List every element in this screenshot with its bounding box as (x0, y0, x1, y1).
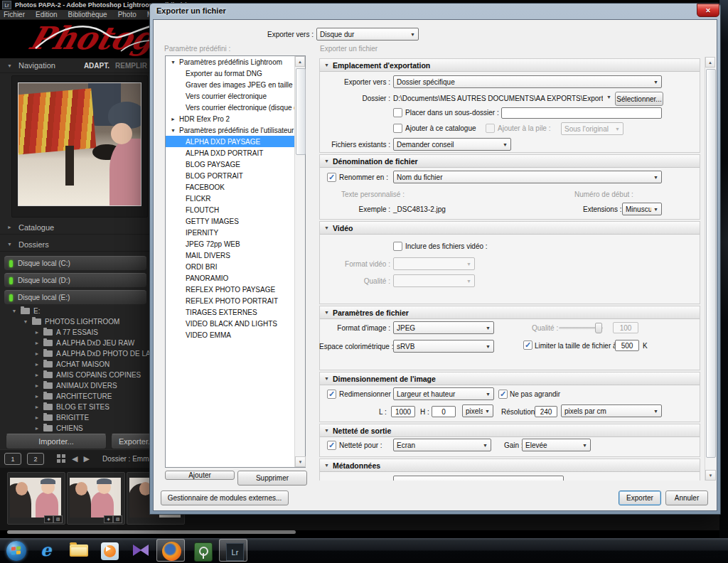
folder-row[interactable]: ►ANIMAUX DIVERS (0, 380, 151, 391)
preset-item[interactable]: Vers courrier électronique (166, 90, 294, 102)
previous-photo-icon[interactable]: ◀ (72, 454, 77, 463)
quality-value-input[interactable] (613, 322, 638, 333)
preset-item[interactable]: FLOUTCH (166, 204, 294, 215)
tree-arrow-icon[interactable]: ► (34, 351, 40, 356)
no-enlarge-checkbox[interactable]: ✓ (498, 390, 508, 399)
import-button[interactable]: Importer... (6, 434, 107, 449)
tree-arrow-icon[interactable]: ► (34, 415, 40, 420)
start-button[interactable] (1, 539, 30, 562)
screen-1-button[interactable]: 1 (4, 453, 21, 465)
filmstrip-scrollbar[interactable] (7, 530, 296, 534)
resize-mode-combo[interactable]: Largeur et hauteur▼ (393, 387, 494, 400)
preset-item[interactable]: Vers courrier électronique (disque dur) (166, 102, 294, 113)
subfolder-checkbox[interactable] (393, 108, 402, 117)
zoom-remplir[interactable]: REMPLIR (115, 62, 147, 70)
section-header[interactable]: ▼ Netteté de sortie (320, 424, 700, 437)
choose-folder-button[interactable]: Sélectionner... (615, 92, 663, 106)
video-quality-combo[interactable]: ▼ (393, 274, 475, 287)
menu-fichier[interactable]: Fichier (4, 11, 25, 18)
scroll-down-icon[interactable]: ▼ (295, 456, 306, 467)
scrollbar-thumb[interactable] (706, 69, 716, 458)
filmstrip-thumbnail[interactable]: ◈ ▨ (67, 472, 125, 525)
taskbar-firefox[interactable] (156, 539, 185, 562)
preset-item[interactable]: BLOG PORTRAIT (166, 170, 294, 181)
remove-preset-button[interactable]: Supprimer (237, 471, 307, 486)
tree-arrow-icon[interactable]: ► (34, 341, 40, 345)
tree-arrow-icon[interactable]: ► (34, 394, 40, 399)
drive-c[interactable]: Disque local (C:) (4, 256, 146, 270)
screen-2-button[interactable]: 2 (27, 453, 44, 465)
section-header[interactable]: ▼ Emplacement d'exportation (320, 59, 700, 72)
preset-item[interactable]: FLICKR (166, 193, 294, 204)
preset-list-scrollbar[interactable]: ▲ ▼ (294, 56, 305, 467)
folder-row[interactable]: ►BLOG ET SITES (0, 402, 151, 412)
zoom-adapt[interactable]: ADAPT. (84, 62, 109, 70)
cancel-button[interactable]: Annuler (665, 490, 708, 505)
folder-row[interactable]: ►A ALPHA DxD JEU RAW (0, 338, 151, 348)
section-header[interactable]: ▼ Paramètres de fichier (320, 306, 700, 319)
preset-item[interactable]: Exporter au format DNG (166, 68, 294, 79)
export-button[interactable]: Exporter (619, 490, 661, 505)
drive-e[interactable]: Disque local (E:) (4, 290, 146, 304)
video-format-combo[interactable]: ▼ (393, 257, 475, 270)
tree-arrow-icon[interactable]: ► (34, 362, 40, 367)
quality-slider-thumb[interactable] (595, 323, 602, 333)
export-to-combo[interactable]: Dossier spécifique▼ (393, 75, 662, 88)
tree-arrow-icon[interactable]: ► (34, 383, 40, 388)
navigation-panel-header[interactable]: ▼ Navigation ADAPT. REMPLIR (0, 58, 150, 73)
folder-row[interactable]: ▼E: (0, 306, 151, 316)
folder-row[interactable]: ►A ALPHA DxD PHOTO DE LA SEM (0, 348, 151, 359)
height-input[interactable] (432, 406, 456, 417)
folder-row[interactable]: ►A 77 ESSAIS (0, 327, 151, 338)
close-button[interactable]: ✕ (697, 4, 719, 17)
taskbar-internet-explorer[interactable]: e (33, 539, 61, 562)
colorspace-combo[interactable]: sRVB▼ (393, 340, 494, 353)
preset-item[interactable]: VIDEO BLACK AND LIGHTS (166, 318, 294, 329)
tree-arrow-icon[interactable]: ▼ (23, 319, 28, 324)
preset-item[interactable]: VIDEO EMMA (166, 329, 294, 341)
width-input[interactable] (391, 406, 415, 417)
section-header[interactable]: ▼ Dénomination de fichier (320, 155, 700, 168)
folder-path[interactable]: D:\Documents\MES AUTRES DOCUMENTS\AA EXP… (393, 95, 603, 102)
settings-scrollbar[interactable]: ▲ ▼ (705, 57, 715, 481)
preset-item[interactable]: ALPHA DXD PORTRAIT (166, 147, 294, 159)
taskbar-media-player[interactable] (95, 539, 124, 562)
preset-item[interactable]: IPERNITY (166, 227, 294, 238)
menu-edition[interactable]: Edition (36, 11, 58, 18)
folder-row[interactable]: ►CHIENS (0, 423, 151, 434)
limit-size-checkbox[interactable]: ✓ (523, 341, 532, 350)
taskbar-windows-explorer[interactable] (64, 539, 92, 562)
stack-position-combo[interactable]: Sous l'original▼ (561, 122, 623, 135)
dossiers-panel-header[interactable]: ▼ Dossiers (0, 237, 151, 252)
gain-combo[interactable]: Elevée▼ (522, 439, 591, 451)
resize-checkbox[interactable]: ✓ (327, 390, 336, 399)
preset-item[interactable]: FACEBOOK (166, 181, 294, 193)
preset-item-selected[interactable]: ALPHA DXD PAYSAGE (166, 136, 294, 147)
preset-item[interactable]: REFLEX PHOTO PORTRAIT (166, 295, 294, 306)
edit-badge-icon[interactable]: ▨ (53, 515, 63, 523)
extensions-combo[interactable]: Minuscules▼ (622, 203, 662, 215)
preset-item[interactable]: PANORAMIO (166, 272, 294, 284)
grid-view-icon[interactable] (57, 454, 66, 463)
sharpen-for-combo[interactable]: Ecran▼ (393, 439, 491, 451)
tree-arrow-icon[interactable]: ▼ (11, 309, 17, 313)
image-format-combo[interactable]: JPEG▼ (393, 321, 494, 334)
filmstrip-thumbnail[interactable]: ◈ ▨ (7, 472, 65, 525)
taskbar-keepass[interactable] (188, 539, 216, 562)
navigator-preview-photo[interactable] (18, 82, 141, 206)
collection-badge-icon[interactable]: ◈ (44, 515, 53, 523)
size-unit-combo[interactable]: pixels▼ (462, 404, 493, 417)
section-header[interactable]: ▼ Métadonnées (320, 459, 700, 472)
catalogue-panel-header[interactable]: ► Catalogue (0, 220, 151, 235)
preset-item[interactable]: TIRAGES EXTERNES (166, 306, 294, 318)
scroll-down-icon[interactable]: ▼ (705, 470, 716, 481)
menu-bibliotheque[interactable]: Bibliothèque (68, 11, 107, 18)
preset-item[interactable]: BLOG PAYSAGE (166, 159, 294, 170)
preset-item[interactable]: GETTY IMAGES (166, 215, 294, 227)
tree-arrow-icon[interactable]: ► (34, 426, 40, 431)
folder-row[interactable]: ►AMIS COPAINS COPINES (0, 370, 151, 380)
preset-item[interactable]: REFLEX PHOTO PAYSAGE (166, 284, 294, 295)
add-to-catalog-checkbox[interactable] (393, 124, 402, 133)
menu-photo[interactable]: Photo (118, 11, 136, 18)
tree-arrow-icon[interactable]: ► (34, 404, 40, 409)
